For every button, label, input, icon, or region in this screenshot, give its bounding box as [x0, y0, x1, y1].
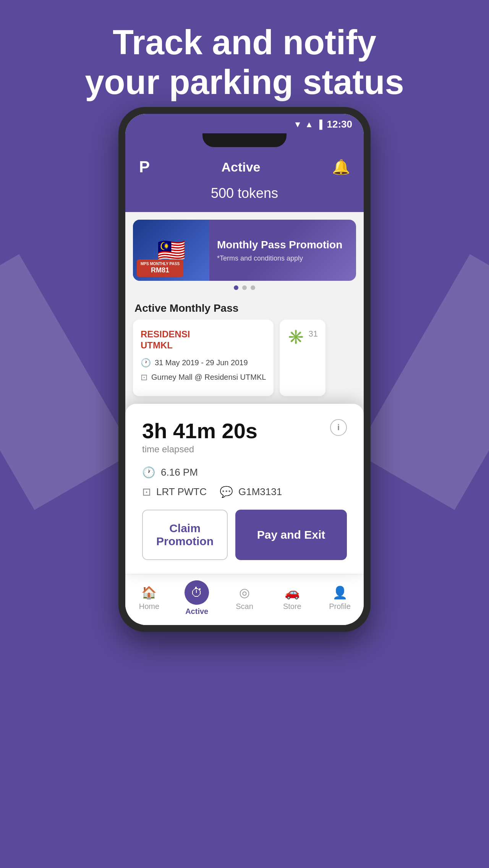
home-icon: 🏠 [141, 585, 157, 600]
popup-buttons: Claim Promotion Pay and Exit [142, 510, 347, 560]
promo-title: Monthly Pass Promotion [217, 238, 342, 252]
tokens-bar: 500 tokens [125, 185, 364, 212]
nav-item-store[interactable]: 🚗 Store [268, 585, 316, 611]
dot-1 [234, 285, 238, 290]
decorative-strip-left [0, 254, 134, 510]
popup-time-row: 🕐 6.16 PM [142, 466, 347, 479]
active-icon: ⏱ [191, 586, 203, 600]
popup-plate: G1M3131 [238, 486, 282, 498]
dot-2 [242, 285, 247, 290]
notification-bell-icon[interactable]: 🔔 [332, 159, 350, 175]
nav-label-home: Home [139, 602, 159, 611]
timer-display: 3h 41m 20s [142, 419, 347, 443]
promo-badge-text: MPS MONTHLY PASS [141, 262, 180, 266]
nav-label-profile: Profile [329, 602, 351, 611]
app-header-title: Active [221, 160, 260, 175]
popup-time: 6.16 PM [161, 466, 198, 478]
nav-item-active[interactable]: ⏱ Active [173, 580, 221, 616]
background-headline: Track and notify your parking status [0, 0, 489, 102]
passes-row: RESIDENSI UTMKL 🕐 31 May 2019 - 29 Jun 2… [125, 320, 364, 404]
popup-clock-icon: 🕐 [142, 466, 155, 479]
pass-date-range: 🕐 31 May 2019 - 29 Jun 2019 [141, 358, 266, 368]
promo-image: 🇲🇾 MPS MONTHLY PASS RM81 [133, 220, 209, 281]
nav-label-scan: Scan [236, 602, 253, 611]
camera-notch [202, 133, 287, 147]
app-header: P Active 🔔 [125, 150, 364, 185]
popup-location-row: ⊡ LRT PWTC 💬 G1M3131 [142, 486, 347, 498]
notch-area [125, 133, 364, 150]
timer-label: time elapsed [142, 444, 347, 455]
colorful-logo-icon: ✳️ [287, 329, 304, 345]
nav-label-active: Active [185, 607, 208, 616]
nav-item-scan[interactable]: ◎ Scan [221, 585, 269, 611]
nav-item-profile[interactable]: 👤 Profile [316, 585, 364, 611]
popup-plate-icon: 💬 [220, 486, 233, 498]
nav-item-home[interactable]: 🏠 Home [125, 585, 173, 611]
bottom-navigation: 🏠 Home ⏱ Active ◎ Scan 🚗 [125, 574, 364, 625]
signal-icon: ▲ [305, 120, 313, 130]
pass-location: ⊡ Gurney Mall @ Residensi UTMKL [141, 372, 266, 382]
app-logo: P [139, 158, 150, 176]
popup-location-icon: ⊡ [142, 486, 151, 498]
popup-location: LRT PWTC [156, 486, 207, 498]
pass-card-2-partial[interactable]: ✳️ 31 [280, 320, 325, 396]
phone-outer-frame: ▼ ▲ ▐ 12:30 P Active 🔔 500 tokens [118, 107, 371, 632]
status-icons: ▼ ▲ ▐ [293, 120, 322, 130]
info-icon[interactable]: i [330, 419, 347, 436]
battery-icon: ▐ [316, 120, 322, 130]
status-bar: ▼ ▲ ▐ 12:30 [125, 114, 364, 133]
decorative-strip-right [355, 254, 489, 510]
promo-banner[interactable]: 🇲🇾 MPS MONTHLY PASS RM81 Monthly Pass Pr… [133, 220, 356, 281]
headline-line2: your parking status [85, 63, 404, 101]
app-body: 🇲🇾 MPS MONTHLY PASS RM81 Monthly Pass Pr… [125, 212, 364, 625]
promo-section: 🇲🇾 MPS MONTHLY PASS RM81 Monthly Pass Pr… [125, 212, 364, 298]
claim-promotion-button[interactable]: Claim Promotion [142, 510, 228, 560]
pay-and-exit-button[interactable]: Pay and Exit [235, 510, 347, 560]
profile-icon: 👤 [332, 585, 348, 600]
store-icon: 🚗 [285, 585, 300, 600]
tokens-count: 500 tokens [211, 185, 278, 201]
pass-card-1[interactable]: RESIDENSI UTMKL 🕐 31 May 2019 - 29 Jun 2… [133, 320, 274, 396]
popup-card: i 3h 41m 20s time elapsed 🕐 6.16 PM ⊡ LR… [125, 404, 364, 574]
promo-price-badge: MPS MONTHLY PASS RM81 [137, 259, 183, 277]
dot-3 [251, 285, 255, 290]
active-pass-section-title: Active Monthly Pass [125, 298, 364, 320]
scan-icon: ◎ [239, 585, 250, 600]
headline-line1: Track and notify [113, 23, 376, 62]
promo-badge-price: RM81 [141, 266, 180, 275]
pass-card-2-date-partial: 31 [308, 329, 317, 339]
phone-mockup: ▼ ▲ ▐ 12:30 P Active 🔔 500 tokens [118, 107, 371, 632]
pass-name: RESIDENSI UTMKL [141, 329, 266, 351]
phone-screen: ▼ ▲ ▐ 12:30 P Active 🔔 500 tokens [125, 114, 364, 625]
active-nav-bg: ⏱ [185, 580, 209, 605]
promo-text: Monthly Pass Promotion *Terms and condit… [209, 238, 350, 262]
nav-label-store: Store [283, 602, 301, 611]
wifi-icon: ▼ [293, 120, 302, 130]
location-icon: ⊡ [141, 372, 147, 382]
status-time: 12:30 [327, 118, 353, 130]
clock-icon: 🕐 [141, 358, 151, 368]
promo-carousel-dots [133, 281, 356, 295]
promo-subtitle: *Terms and conditions apply [217, 254, 342, 262]
